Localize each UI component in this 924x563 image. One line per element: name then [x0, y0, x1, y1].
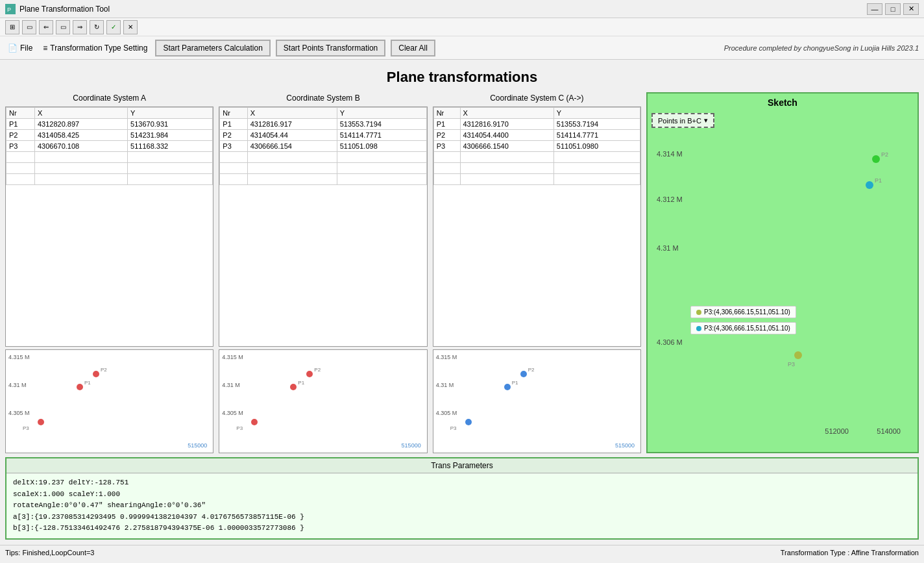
panels-row: Coordinate System A Nr X Y P14312820.897…	[5, 92, 919, 453]
table-row-empty	[6, 163, 213, 174]
col-nr-b: Nr	[220, 108, 247, 119]
col-y-b: Y	[337, 108, 426, 119]
start-transform-button[interactable]: Start Points Transformation	[276, 40, 385, 56]
coord-a-table-wrapper: Nr X Y P14312820.897513670.931P24314058.…	[5, 106, 213, 347]
file-label: File	[20, 44, 32, 53]
toolbar-icon-5[interactable]: ⇒	[73, 20, 87, 34]
table-row-empty	[6, 174, 213, 185]
status-bar: Tips: Finished,LoopCount=3 Transformatio…	[0, 545, 924, 559]
status-left: Tips: Finished,LoopCount=3	[5, 549, 94, 557]
window-controls: — □ ✕	[867, 3, 919, 15]
table-row: P34306666.154511051.098	[220, 141, 426, 152]
sketch-title: Sketch	[651, 97, 914, 110]
table-row-empty	[220, 152, 426, 163]
svg-text:P: P	[7, 6, 11, 13]
table-row: P24314054.44514114.7771	[220, 130, 426, 141]
minimize-button[interactable]: —	[867, 3, 882, 15]
sketch-dot-b-p2	[872, 155, 880, 163]
toolbar-icon-3[interactable]: ⇐	[39, 20, 53, 34]
sketch-y2: 4.312 M	[657, 195, 683, 203]
sketch-tooltip-2: P3:(4,306,666.15,511,051.10)	[690, 322, 796, 334]
table-row-empty	[433, 152, 640, 163]
coord-b-table-wrapper: Nr X Y P14312816.917513553.7194P24314054…	[219, 106, 427, 347]
window-title: Plane Transformation Tool	[19, 5, 867, 14]
page-title: Plane transformations	[5, 65, 919, 88]
sketch-dot-c-p1	[866, 181, 873, 189]
toolbar-icon-8[interactable]: ✕	[123, 20, 138, 34]
credit-text: Procedure completed by chongyueSong in L…	[724, 44, 919, 52]
status-right: Transformation Type : Affine Transformat…	[781, 549, 919, 557]
tooltip-dot-2	[696, 326, 701, 331]
col-y-c: Y	[553, 108, 640, 119]
sketch-panel: Sketch Points in B+C ▾ 4.314 M 4.312 M 4…	[646, 92, 919, 453]
chart-b-dot-p3	[251, 419, 258, 425]
sketch-tooltip-1: P3:(4,306,666.15,511,051.10)	[690, 306, 796, 318]
file-icon: 📄	[8, 44, 18, 53]
chart-c-dot-p1	[504, 384, 511, 390]
transformation-type-label: Transformation Type Setting	[50, 44, 147, 53]
table-row-empty	[433, 174, 640, 185]
table-row-empty	[6, 152, 213, 163]
table-row-empty	[220, 174, 426, 185]
table-row: P24314054.4400514114.7771	[433, 130, 640, 141]
chart-b-dot-p2	[306, 371, 313, 377]
toolbar-icon-4[interactable]: ▭	[56, 20, 70, 34]
coord-a-title: Coordinate System A	[5, 92, 213, 104]
col-x-b: X	[247, 108, 337, 119]
table-row: P14312816.917513553.7194	[220, 119, 426, 130]
start-params-button[interactable]: Start Parameters Calculation	[155, 40, 270, 56]
table-row-empty	[433, 163, 640, 174]
sketch-x1: 512000	[825, 427, 849, 435]
chart-b-dot-p1	[290, 384, 297, 390]
sketch-dot-b-p3	[794, 351, 802, 359]
table-row: P24314058.425514231.984	[6, 130, 213, 141]
col-x-c: X	[460, 108, 553, 119]
app-icon: P	[5, 4, 16, 14]
chevron-down-icon: ▾	[704, 116, 708, 125]
sketch-y4: 4.306 M	[657, 338, 683, 346]
tooltip-text-2: P3:(4,306,666.15,511,051.10)	[704, 325, 790, 332]
toolbar-icon-2[interactable]: ▭	[22, 20, 36, 34]
coord-b-table: Nr X Y P14312816.917513553.7194P24314054…	[219, 107, 426, 185]
file-menu[interactable]: 📄 File	[5, 42, 35, 54]
sketch-y3: 4.31 M	[657, 244, 679, 252]
toolbar-icon-7[interactable]: ✓	[106, 20, 121, 34]
table-row: P14312816.9170513553.7194	[433, 119, 640, 130]
chart-a-dot-p1	[77, 384, 83, 390]
trans-content: deltX:19.237 deltY:-128.751 scaleX:1.000…	[6, 473, 918, 538]
trans-line4: a[3]:{19.237085314293495 0.9999941382104…	[13, 512, 911, 523]
transformation-type-menu[interactable]: ≡ Transformation Type Setting	[40, 42, 150, 54]
tooltip-text-1: P3:(4,306,666.15,511,051.10)	[704, 308, 790, 316]
sketch-x2: 514000	[877, 427, 901, 435]
table-row: P34306670.108511168.332	[6, 141, 213, 152]
table-row: P34306666.1540511051.0980	[433, 141, 640, 152]
col-nr-a: Nr	[6, 108, 35, 119]
coord-a-chart: 4.315 M 4.31 M 4.305 M 515000 P2 P1 P3	[5, 349, 213, 453]
sketch-y1: 4.314 M	[657, 150, 683, 158]
title-bar: P Plane Transformation Tool — □ ✕	[0, 0, 924, 18]
clear-all-button[interactable]: Clear All	[391, 40, 435, 56]
maximize-button[interactable]: □	[885, 3, 901, 15]
coord-c-table-wrapper: Nr X Y P14312816.9170513553.7194P2431405…	[433, 106, 641, 347]
chart-a-dot-p2	[93, 371, 99, 377]
chart-c-dot-p3	[465, 419, 472, 425]
toolbar-icon-1[interactable]: ⊞	[5, 20, 19, 34]
close-button[interactable]: ✕	[903, 3, 919, 15]
coord-a-table: Nr X Y P14312820.897513670.931P24314058.…	[6, 107, 213, 185]
sketch-chart: 4.314 M 4.312 M 4.31 M 4.306 M 512000 51…	[651, 131, 914, 448]
col-y-a: Y	[128, 108, 213, 119]
icon-toolbar: ⊞ ▭ ⇐ ▭ ⇒ ↻ ✓ ✕	[0, 18, 924, 36]
col-nr-c: Nr	[433, 108, 460, 119]
trans-line3: rotateAngle:0°0'0.47" shearingAngle:0°0'…	[13, 500, 911, 512]
chart-a-dot-p3	[38, 419, 44, 425]
trans-line1: deltX:19.237 deltY:-128.751	[13, 477, 911, 489]
toolbar-icon-6[interactable]: ↻	[90, 20, 104, 34]
col-x-a: X	[34, 108, 127, 119]
sketch-dropdown-label: Points in B+C	[658, 117, 701, 125]
menu-icon: ≡	[43, 44, 47, 53]
sketch-dropdown[interactable]: Points in B+C ▾	[651, 113, 714, 128]
tooltip-dot-1	[696, 310, 701, 315]
table-row: P14312820.897513670.931	[6, 119, 213, 130]
coord-c-title: Coordinate System C (A->)	[433, 92, 641, 104]
main-content: Plane transformations Coordinate System …	[0, 60, 924, 545]
